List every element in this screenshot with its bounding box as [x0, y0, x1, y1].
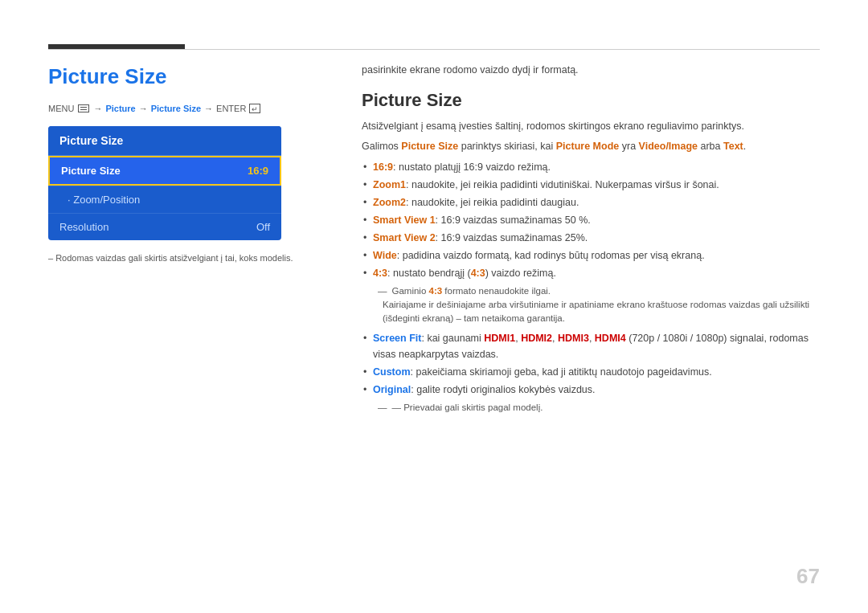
menu-label: MENU	[48, 104, 74, 113]
picture-size-menu-box: Picture Size Picture Size 16:9 · Zoom/Po…	[48, 126, 281, 240]
desc2-picture-size: Picture Size	[401, 141, 458, 152]
desc2-part4: arba	[698, 141, 723, 152]
dash1: ―	[378, 286, 387, 296]
bullet-zoom2: Zoom2: naudokite, jei reikia padidinti d…	[362, 194, 820, 210]
menu-icon	[78, 104, 89, 112]
desc2-text: Text	[723, 141, 743, 152]
bullet-screen-fit-label: Screen Fit	[373, 333, 421, 344]
bullet-original-label: Original	[373, 384, 411, 395]
ps-box-header: Picture Size	[48, 126, 281, 156]
arrow2: →	[139, 104, 148, 113]
right-section-title: Picture Size	[362, 90, 820, 111]
desc2-part1: Galimos	[362, 141, 401, 152]
desc2: Galimos Picture Size parinktys skiriasi,…	[362, 139, 820, 154]
bullet-sv2-label: Smart View 2	[373, 232, 436, 243]
ps-active-value: 16:9	[248, 165, 268, 177]
bullet-wide-label: Wide	[373, 250, 397, 261]
intro-text: pasirinkite ekrane rodomo vaizdo dydį ir…	[362, 64, 820, 76]
hdmi3: HDMI3	[558, 333, 589, 344]
right-panel: pasirinkite ekrane rodomo vaizdo dydį ir…	[362, 64, 820, 412]
ps-resolution-value: Off	[256, 221, 270, 233]
bullet-wide: Wide: padidina vaizdo formatą, kad rodin…	[362, 247, 820, 264]
ps-item-resolution[interactable]: Resolution Off	[48, 213, 281, 240]
bullet-zoom1-label: Zoom1	[373, 179, 406, 190]
dash2: ―	[378, 403, 387, 412]
picture-size-link: Picture Size	[151, 104, 201, 113]
left-note: – Rodomas vaizdas gali skirtis atsižvelg…	[48, 253, 338, 263]
enter-label: ENTER	[216, 104, 246, 113]
bullet-zoom1: Zoom1: naudokite, jei reikia padidinti v…	[362, 177, 820, 193]
desc2-picture-mode: Picture Mode	[556, 141, 620, 152]
arrow1: →	[93, 104, 102, 113]
desc1: Atsižvelgiant į esamą įvesties šaltinį, …	[362, 119, 820, 134]
bullet-custom: Custom: pakeičiama skiriamoji geba, kad …	[362, 364, 820, 380]
sub-note-gaminio: ― Gaminio 4:3 formato nenaudokite ilgai.	[362, 286, 820, 296]
ps-sub-label: · Zoom/Position	[68, 194, 140, 206]
enter-icon: ↵	[249, 104, 260, 113]
final-note-text: ― Prievadai gali skirtis pagal modelį.	[392, 403, 543, 412]
top-line-divider	[48, 49, 820, 50]
menu-path: MENU → Picture → Picture Size → ENTER ↵	[48, 104, 338, 113]
ps-resolution-label: Resolution	[59, 221, 108, 233]
desc2-video: Video/Image	[639, 141, 698, 152]
ps-item-zoom-position[interactable]: · Zoom/Position	[48, 186, 281, 213]
bullet-screen-fit: Screen Fit: kai gaunami HDMI1, HDMI2, HD…	[362, 330, 820, 362]
bullet-smart-view2: Smart View 2: 16:9 vaizdas sumažinamas 2…	[362, 230, 820, 246]
bullet-custom-label: Custom	[373, 366, 411, 378]
bullet-list-2: Screen Fit: kai gaunami HDMI1, HDMI2, HD…	[362, 330, 820, 398]
arrow3: →	[204, 104, 213, 113]
ps-active-label: Picture Size	[61, 165, 121, 177]
sub-note-4-3: 4:3	[429, 286, 443, 296]
sub-note-gaminio-text: Gaminio 4:3 formato nenaudokite ilgai.	[392, 286, 551, 296]
sub-note-kairiajame: Kairiajame ir dešiniajame arba viršutini…	[362, 298, 820, 326]
page-title: Picture Size	[48, 64, 338, 89]
ps-item-picture-size[interactable]: Picture Size 16:9	[48, 156, 281, 186]
desc2-part5: .	[743, 141, 746, 152]
bullet-zoom2-label: Zoom2	[373, 197, 406, 208]
bullet-smart-view1: Smart View 1: 16:9 vaizdas sumažinamas 5…	[362, 212, 820, 228]
final-note: ― ― Prievadai gali skirtis pagal modelį.	[362, 403, 820, 412]
bullet-sv1-label: Smart View 1	[373, 215, 436, 226]
desc2-part3: yra	[619, 141, 638, 152]
bullet-4-3-label: 4:3	[373, 268, 387, 279]
bullet-16-9-label: 16:9	[373, 161, 393, 173]
bullet-original: Original: galite rodyti originalios koky…	[362, 382, 820, 398]
page-number: 67	[796, 564, 820, 589]
bullet-4-3-inline: 4:3	[471, 268, 485, 279]
desc2-part2: parinktys skiriasi, kai	[458, 141, 556, 152]
picture-link: Picture	[105, 104, 135, 113]
hdmi4: HDMI4	[595, 333, 626, 344]
hdmi2: HDMI2	[521, 333, 552, 344]
bullet-list: 16:9: nustato platųjį 16:9 vaizdo režimą…	[362, 159, 820, 281]
bullet-16-9: 16:9: nustato platųjį 16:9 vaizdo režimą…	[362, 159, 820, 175]
bullet-4-3: 4:3: nustato bendrąjį (4:3) vaizdo režim…	[362, 265, 820, 281]
hdmi1: HDMI1	[484, 333, 515, 344]
left-panel: Picture Size MENU → Picture → Picture Si…	[48, 64, 338, 263]
